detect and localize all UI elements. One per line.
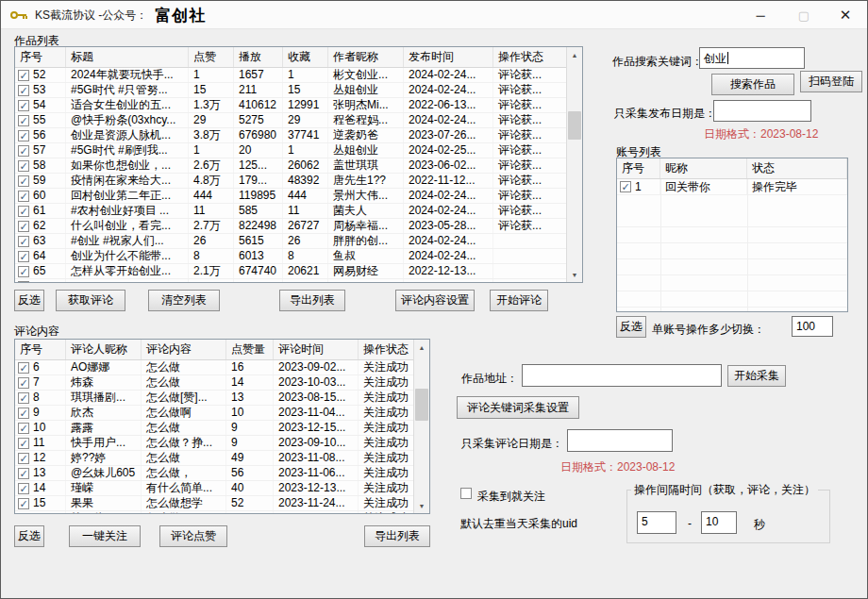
works-table-row[interactable]: ✓52 2024年就要玩快手... 1 1657 1 彬文创业... 2024-… xyxy=(15,68,566,83)
row-checkbox[interactable]: ✓ xyxy=(18,392,29,404)
row-checkbox[interactable]: ✓ xyxy=(18,438,29,449)
row-checkbox[interactable]: ✓ xyxy=(18,85,29,96)
comment-content-settings-button[interactable]: 评论内容设置 xyxy=(395,290,475,311)
follow-on-collect-checkbox[interactable] xyxy=(460,488,472,499)
qr-login-button[interactable]: 扫码登陆 xyxy=(800,71,862,92)
interval-from-input[interactable]: 5 xyxy=(637,511,676,534)
start-collect-button[interactable]: 开始采集 xyxy=(727,365,786,387)
comments-scrollbar[interactable]: ▲ ▼ xyxy=(413,340,429,513)
comments-table-row[interactable]: ✓14 瑾嵘 有什么简单... 40 2023-12-13... 关注成功 xyxy=(15,481,413,496)
works-table-header[interactable]: 序号 标题 点赞 播放 收藏 作者昵称 发布时间 操作状态 xyxy=(15,47,582,68)
works-table-row[interactable]: ✓61 #农村创业好项目 ... 11 585 11 菌夫人 2024-02-2… xyxy=(15,204,566,219)
row-checkbox[interactable]: ✓ xyxy=(18,130,29,141)
row-checkbox[interactable]: ✓ xyxy=(18,266,29,277)
works-table-row[interactable]: ✓ xyxy=(15,279,566,282)
comments-invert-button[interactable]: 反选 xyxy=(14,525,44,547)
work-address-input[interactable] xyxy=(522,364,722,387)
works-table-row[interactable]: ✓65 怎样从零开始创业... 2.1万 674740 20621 网易财经 2… xyxy=(15,264,566,279)
account-switch-input[interactable]: 100 xyxy=(792,316,833,337)
row-checkbox[interactable]: ✓ xyxy=(18,160,29,172)
row-checkbox[interactable]: ✓ xyxy=(18,175,29,187)
account-table-header[interactable]: 序号 昵称 状态 xyxy=(617,158,847,179)
clear-list-button[interactable]: 清空列表 xyxy=(148,290,220,311)
interval-to-input[interactable]: 10 xyxy=(701,511,737,534)
row-checkbox[interactable]: ✓ xyxy=(18,513,29,514)
col-header-status[interactable]: 状态 xyxy=(747,158,847,178)
comments-table-row[interactable]: ✓6 AO娜娜 怎么做 16 2023-09-02... 关注成功 xyxy=(15,360,413,375)
row-checkbox[interactable]: ✓ xyxy=(18,377,29,389)
works-table-row[interactable]: ✓54 适合女生创业的五... 1.3万 410612 12991 张明杰Mi.… xyxy=(15,98,566,113)
start-comment-button[interactable]: 开始评论 xyxy=(490,290,548,311)
row-checkbox[interactable]: ✓ xyxy=(18,100,29,111)
scrollbar-thumb[interactable] xyxy=(415,389,428,421)
works-table-row[interactable]: ✓58 如果你也想创业，... 2.6万 125... 26062 盖世琪琪 2… xyxy=(15,158,566,174)
comments-table-row[interactable]: ✓12 婷??婷 怎么做 49 2023-11-08... 关注成功 xyxy=(15,451,413,466)
row-checkbox[interactable]: ✓ xyxy=(18,145,29,157)
scroll-down-icon[interactable]: ▼ xyxy=(414,498,429,513)
export-works-button[interactable]: 导出列表 xyxy=(279,290,345,311)
row-checkbox[interactable]: ✓ xyxy=(18,453,29,464)
comments-table-row[interactable]: ✓13 @幺妹儿605 怎么做， 56 2023-11-06... 关注成功 xyxy=(15,466,413,481)
comments-table-row[interactable]: ✓15 果果 怎么做想学 52 2023-11-24... 关注成功 xyxy=(15,496,413,511)
col-header-nick[interactable]: 评论人昵称 xyxy=(66,340,142,359)
works-table-row[interactable]: ✓64 创业为什么不能带... 8 6013 8 鱼叔 2024-02-24..… xyxy=(15,249,566,264)
search-keyword-input[interactable]: 创业 xyxy=(699,47,805,69)
col-header-index[interactable]: 序号 xyxy=(617,158,660,178)
fetch-comments-button[interactable]: 获取评论 xyxy=(56,290,125,311)
col-header-title[interactable]: 标题 xyxy=(66,47,189,67)
col-header-status[interactable]: 操作状态 xyxy=(493,47,567,67)
row-checkbox[interactable]: ✓ xyxy=(18,191,29,202)
comments-table-row[interactable]: ✓7 炜森 怎么做 14 2023-10-03... 关注成功 xyxy=(15,375,413,391)
row-checkbox[interactable]: ✓ xyxy=(18,251,29,262)
row-checkbox[interactable]: ✓ xyxy=(620,181,631,192)
export-comments-button[interactable]: 导出列表 xyxy=(364,525,430,547)
col-header-nick[interactable]: 昵称 xyxy=(660,158,747,178)
col-header-likes[interactable]: 点赞量 xyxy=(226,340,274,359)
works-table-row[interactable]: ✓62 什么叫创业，看完... 2.7万 822498 26727 周杨幸福..… xyxy=(15,219,566,234)
scroll-up-icon[interactable]: ▲ xyxy=(567,47,582,62)
search-works-button[interactable]: 搜索作品 xyxy=(711,74,794,95)
comments-table-header[interactable]: 序号 评论人昵称 评论内容 点赞量 评论时间 操作状态 xyxy=(15,340,429,360)
row-checkbox[interactable]: ✓ xyxy=(18,115,29,126)
col-header-date[interactable]: 发布时间 xyxy=(404,47,493,67)
col-header-status[interactable]: 操作状态 xyxy=(359,340,415,359)
works-invert-button[interactable]: 反选 xyxy=(14,290,44,311)
col-header-likes[interactable]: 点赞 xyxy=(189,47,234,67)
works-table-row[interactable]: ✓55 @快手粉条(03xhcy... 29 5275 29 程爸程妈... 2… xyxy=(15,113,566,128)
row-checkbox[interactable]: ✓ xyxy=(18,498,29,509)
follow-all-button[interactable]: 一键关注 xyxy=(69,525,141,547)
row-checkbox[interactable]: ✓ xyxy=(18,423,29,434)
account-table-row[interactable]: ✓1 回关带你 操作完毕 xyxy=(617,179,847,195)
col-header-favs[interactable]: 收藏 xyxy=(283,47,328,67)
works-scrollbar[interactable]: ▲ ▼ xyxy=(566,47,582,282)
works-table-row[interactable]: ✓59 疫情闲在家来给大... 4.8万 179... 48392 唐先生1??… xyxy=(15,174,566,189)
row-checkbox[interactable]: ✓ xyxy=(18,70,29,81)
scroll-up-icon[interactable]: ▲ xyxy=(414,340,429,355)
account-invert-button[interactable]: 反选 xyxy=(616,316,646,338)
row-checkbox[interactable]: ✓ xyxy=(18,483,29,494)
close-button[interactable]: ✕ xyxy=(826,1,865,29)
comments-table-row[interactable]: ✓9 欣杰 怎么做啊 10 2023-11-04... 关注成功 xyxy=(15,406,413,421)
works-table-row[interactable]: ✓60 回村创业第二年正... 444 119895 444 景州大伟... 2… xyxy=(15,189,566,204)
row-checkbox[interactable]: ✓ xyxy=(18,468,29,479)
scroll-down-icon[interactable]: ▼ xyxy=(567,267,582,282)
works-table-row[interactable]: ✓56 创业是资源人脉机... 3.8万 676980 37741 逆袭奶爸 2… xyxy=(15,128,566,143)
comments-table-row[interactable]: ✓8 琪琪播剧... 怎么做[赞]... 13 2023-08-15... 关注… xyxy=(15,391,413,406)
col-header-plays[interactable]: 播放 xyxy=(234,47,283,67)
comments-table-row[interactable]: ✓16 第凡信 怎么做 24 2024-01-07... 关注成功 xyxy=(15,511,413,513)
col-header-content[interactable]: 评论内容 xyxy=(142,340,226,359)
col-header-time[interactable]: 评论时间 xyxy=(274,340,359,359)
works-table-row[interactable]: ✓57 #5G时代 #刷到我... 1 20 1 丛姐创业 2024-02-25… xyxy=(15,143,566,158)
comments-table-row[interactable]: ✓10 露露 怎么做 9 2023-12-15... 关注成功 xyxy=(15,421,413,436)
minimize-button[interactable]: ─ xyxy=(741,1,780,29)
comment-date-input[interactable] xyxy=(567,429,673,452)
row-checkbox[interactable]: ✓ xyxy=(18,236,29,247)
row-checkbox[interactable]: ✓ xyxy=(18,206,29,217)
scrollbar-thumb[interactable] xyxy=(568,111,581,140)
row-checkbox[interactable]: ✓ xyxy=(18,281,29,283)
row-checkbox[interactable]: ✓ xyxy=(18,408,29,419)
comment-keyword-settings-button[interactable]: 评论关键词采集设置 xyxy=(457,396,579,419)
works-table-row[interactable]: ✓53 #5G时代 #只管努... 15 211 15 丛姐创业 2024-02… xyxy=(15,83,566,98)
col-header-index[interactable]: 序号 xyxy=(15,47,66,67)
col-header-author[interactable]: 作者昵称 xyxy=(328,47,404,67)
